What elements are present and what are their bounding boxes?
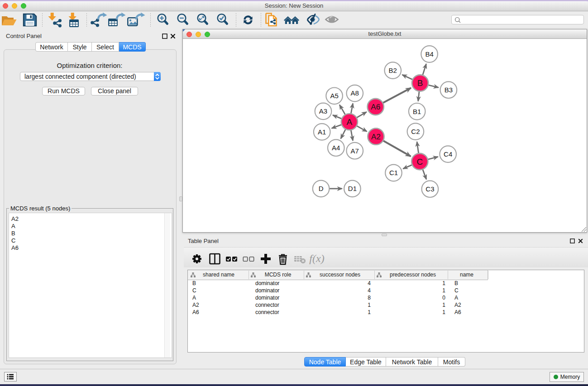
svg-text:D: D	[319, 185, 324, 192]
svg-text:A4: A4	[332, 144, 340, 152]
svg-text:B4: B4	[425, 50, 433, 58]
svg-text:A7: A7	[351, 147, 359, 155]
svg-text:D1: D1	[348, 185, 357, 192]
svg-text:A8: A8	[351, 89, 359, 97]
svg-text:C: C	[416, 157, 423, 167]
svg-text:A5: A5	[330, 92, 338, 100]
svg-text:f(x): f(x)	[309, 253, 324, 264]
svg-text:A2: A2	[371, 133, 381, 141]
svg-text:A3: A3	[319, 107, 327, 115]
svg-text:B1: B1	[413, 108, 421, 115]
svg-text:B: B	[417, 78, 423, 88]
svg-text:A: A	[347, 117, 353, 127]
svg-text:C1: C1	[389, 169, 398, 176]
svg-text:C3: C3	[425, 185, 434, 193]
svg-text:B2: B2	[389, 67, 397, 74]
svg-text:C2: C2	[411, 128, 420, 135]
svg-text:B3: B3	[445, 86, 453, 94]
svg-text:C4: C4	[444, 150, 452, 158]
svg-text:A1: A1	[318, 128, 326, 136]
svg-text:A6: A6	[371, 103, 380, 111]
